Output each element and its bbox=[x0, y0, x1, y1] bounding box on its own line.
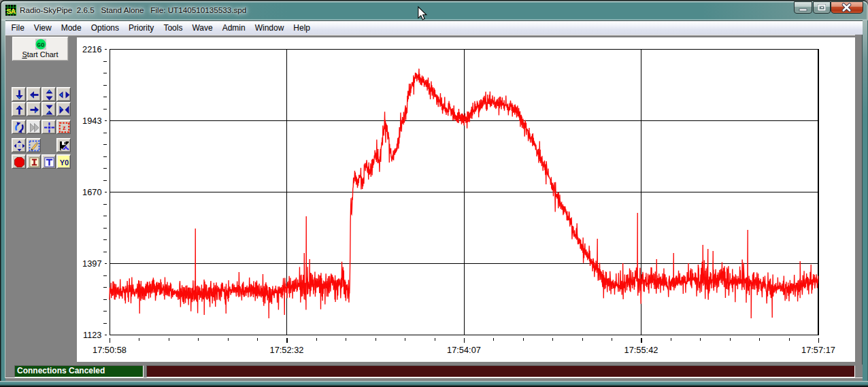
svg-text:SA: SA bbox=[7, 7, 16, 16]
svg-text:GO: GO bbox=[37, 42, 45, 49]
svg-text:Y0: Y0 bbox=[60, 158, 69, 167]
svg-text:z: z bbox=[63, 124, 66, 131]
